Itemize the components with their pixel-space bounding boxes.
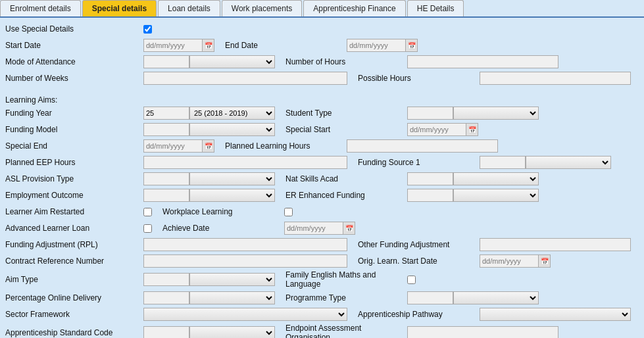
special-start-cal-btn[interactable]: 📅 xyxy=(466,123,478,136)
er-enhanced-input1[interactable] xyxy=(407,189,453,202)
employment-outcome-row: Employment Outcome ER Enhanced Funding xyxy=(5,188,639,203)
end-date-label: End Date xyxy=(225,41,347,50)
sector-framework-row: Sector Framework Apprenticeship Pathway xyxy=(5,307,639,322)
number-weeks-input[interactable] xyxy=(143,72,347,85)
planned-eep-label: Planned EEP Hours xyxy=(5,158,143,167)
aim-type-input1[interactable] xyxy=(143,273,189,286)
student-type-label: Student Type xyxy=(285,109,407,118)
tab-loan-details[interactable]: Loan details xyxy=(158,0,220,16)
aim-type-label: Aim Type xyxy=(5,275,143,284)
funding-adjustment-input[interactable] xyxy=(143,238,347,251)
sector-framework-select[interactable] xyxy=(143,308,347,321)
er-enhanced-label: ER Enhanced Funding xyxy=(285,191,407,200)
learner-aim-restarted-label: Learner Aim Restarted xyxy=(5,207,143,216)
asl-provision-label: ASL Provision Type xyxy=(5,174,143,183)
end-date-cal-btn[interactable]: 📅 xyxy=(406,39,418,52)
other-funding-label: Other Funding Adjustment xyxy=(358,240,480,249)
apprenticeship-standard-label: Apprenticeship Standard Code xyxy=(5,328,143,337)
percentage-online-row: Percentage Online Delivery Programme Typ… xyxy=(5,291,639,305)
advanced-learner-loan-checkbox[interactable] xyxy=(143,224,152,233)
other-funding-input[interactable] xyxy=(480,238,631,251)
advanced-learner-loan-label: Advanced Learner Loan xyxy=(5,224,143,233)
contract-ref-row: Contract Reference Number Orig. Learn. S… xyxy=(5,254,639,268)
funding-model-row: Funding Model Special Start 📅 xyxy=(5,122,639,137)
nat-skills-input1[interactable] xyxy=(407,172,453,185)
end-date-input[interactable] xyxy=(347,39,406,52)
nat-skills-label: Nat Skills Acad xyxy=(285,174,407,183)
apprenticeship-standard-row: Apprenticeship Standard Code Endpoint As… xyxy=(5,324,639,338)
programme-type-select[interactable] xyxy=(453,291,539,304)
funding-adjustment-label: Funding Adjustment (RPL) xyxy=(5,240,143,249)
programme-type-input1[interactable] xyxy=(407,291,453,304)
percentage-online-select[interactable] xyxy=(189,291,275,304)
family-english-label: Family English Maths and Language xyxy=(285,270,407,289)
percentage-online-input1[interactable] xyxy=(143,291,189,304)
asl-provision-row: ASL Provision Type Nat Skills Acad xyxy=(5,172,639,186)
aim-type-select[interactable] xyxy=(189,273,275,286)
mode-attendance-select[interactable] xyxy=(189,55,275,68)
special-end-input[interactable] xyxy=(143,139,203,153)
start-end-date-row: Start Date 📅 End Date 📅 xyxy=(5,38,639,53)
weeks-possible-row: Number of Weeks Possible Hours xyxy=(5,71,639,85)
employment-outcome-input1[interactable] xyxy=(143,189,189,202)
possible-hours-input[interactable] xyxy=(480,72,631,85)
advanced-learner-loan-row: Advanced Learner Loan Achieve Date 📅 xyxy=(5,221,639,235)
special-end-cal-btn[interactable]: 📅 xyxy=(203,139,214,153)
workplace-learning-checkbox[interactable] xyxy=(284,208,293,216)
sector-framework-label: Sector Framework xyxy=(5,310,143,319)
start-date-label: Start Date xyxy=(5,41,143,50)
orig-learn-start-cal-btn[interactable]: 📅 xyxy=(539,254,551,268)
mode-hours-row: Mode of Attendance Number of Hours xyxy=(5,55,639,69)
nat-skills-select[interactable] xyxy=(453,172,539,185)
orig-learn-start-input[interactable] xyxy=(480,254,539,268)
er-enhanced-select[interactable] xyxy=(453,189,539,202)
start-date-input[interactable] xyxy=(143,39,203,52)
tab-special-details[interactable]: Special details xyxy=(82,0,157,16)
asl-provision-input1[interactable] xyxy=(143,172,189,185)
planned-learning-hours-input[interactable] xyxy=(347,139,498,153)
contract-ref-input[interactable] xyxy=(143,254,347,268)
funding-source-select[interactable] xyxy=(526,156,611,169)
student-type-input1[interactable] xyxy=(407,107,453,120)
employment-outcome-select[interactable] xyxy=(189,189,275,202)
tab-he-details[interactable]: HE Details xyxy=(407,0,464,16)
apprenticeship-pathway-select[interactable] xyxy=(480,308,631,321)
learner-aim-restarted-checkbox[interactable] xyxy=(143,208,152,216)
tab-work-placements[interactable]: Work placements xyxy=(222,0,302,16)
planned-learning-hours-label: Planned Learning Hours xyxy=(225,141,347,151)
achieve-date-input[interactable] xyxy=(284,222,343,235)
mode-attendance-input1[interactable] xyxy=(143,55,189,68)
special-end-row: Special End 📅 Planned Learning Hours xyxy=(5,139,639,153)
funding-year-input[interactable] xyxy=(143,107,189,120)
apprenticeship-pathway-label: Apprenticeship Pathway xyxy=(358,310,480,319)
number-hours-input[interactable] xyxy=(407,55,558,68)
possible-hours-label: Possible Hours xyxy=(358,74,480,83)
funding-year-select[interactable]: 25 (2018 - 2019) xyxy=(189,107,275,120)
apprenticeship-standard-select[interactable] xyxy=(189,326,275,338)
workplace-learning-label: Workplace Learning xyxy=(162,207,284,216)
apprenticeship-standard-input1[interactable] xyxy=(143,326,189,338)
family-english-checkbox[interactable] xyxy=(407,276,416,284)
funding-model-select[interactable] xyxy=(189,123,275,136)
workplace-learning-check-wrap xyxy=(284,208,293,216)
start-date-cal-btn[interactable]: 📅 xyxy=(203,39,214,52)
achieve-date-cal-btn[interactable]: 📅 xyxy=(343,222,355,235)
funding-source-input1[interactable] xyxy=(480,156,526,169)
funding-model-input1[interactable] xyxy=(143,123,189,136)
tab-bar: Enrolment details Special details Loan d… xyxy=(0,0,644,18)
tab-enrolment-details[interactable]: Enrolment details xyxy=(0,0,81,16)
endpoint-assessment-input[interactable] xyxy=(407,326,558,338)
use-special-details-checkbox[interactable] xyxy=(143,25,152,34)
special-start-input[interactable] xyxy=(407,123,466,136)
asl-provision-select[interactable] xyxy=(189,172,275,185)
use-special-details-label: Use Special Details xyxy=(5,24,143,34)
funding-source-label: Funding Source 1 xyxy=(358,158,480,167)
student-type-select[interactable] xyxy=(453,107,539,120)
planned-eep-input[interactable] xyxy=(143,156,347,169)
learner-aim-restarted-check-wrap xyxy=(143,208,152,216)
programme-type-label: Programme Type xyxy=(285,293,407,302)
funding-year-row: Funding Year 25 (2018 - 2019) Student Ty… xyxy=(5,106,639,120)
learning-aims-section: Learning Aims: xyxy=(5,95,639,105)
tab-apprenticeship-finance[interactable]: Apprenticeship Finance xyxy=(303,0,405,16)
contract-ref-label: Contract Reference Number xyxy=(5,256,143,266)
